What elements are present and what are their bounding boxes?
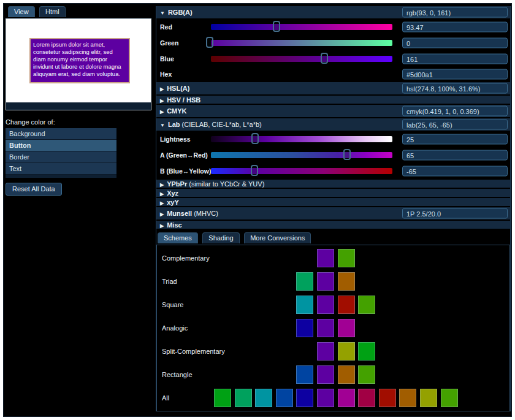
color-swatch[interactable]	[338, 365, 355, 384]
color-swatch[interactable]	[235, 389, 252, 407]
color-swatch[interactable]	[317, 389, 334, 407]
lab-b-value-input[interactable]	[402, 166, 508, 177]
color-swatch[interactable]	[255, 389, 272, 407]
lab-value-input[interactable]	[402, 120, 508, 130]
section-title: ▶YPbPr (similar to YCbCr & YUV)	[160, 180, 264, 188]
color-swatch[interactable]	[214, 389, 231, 407]
tab-html[interactable]: Html	[39, 6, 66, 17]
color-swatch[interactable]	[358, 365, 375, 384]
color-swatch[interactable]	[296, 319, 313, 337]
cmyk-value-input[interactable]	[402, 106, 508, 116]
section-header-hsv[interactable]: ▶HSV / HSB	[156, 96, 510, 104]
color-swatch[interactable]	[338, 342, 355, 361]
blue-value-input[interactable]	[402, 54, 508, 64]
change-color-label: Change color of:	[6, 118, 154, 126]
green-slider-track[interactable]	[211, 40, 392, 46]
color-swatch[interactable]	[317, 342, 334, 361]
section-title: ▼Lab (CIELAB, CIE-L*ab, L*a*b)	[160, 121, 262, 128]
section-header-misc[interactable]: ▶Misc	[156, 221, 510, 229]
section-title: ▶CMYK	[160, 107, 187, 115]
right-panel: ▼RGB(A) Red Green Blue Hex	[156, 6, 511, 411]
section-header-ypbpr[interactable]: ▶YPbPr (similar to YCbCr & YUV)	[156, 180, 510, 188]
color-swatch[interactable]	[358, 342, 375, 361]
hex-label: Hex	[160, 71, 172, 78]
lab-a-slider-track[interactable]	[211, 152, 392, 158]
blue-slider-thumb[interactable]	[321, 53, 328, 64]
scheme-tabs: Schemes Shading More Conversions	[158, 232, 510, 245]
lab-b-slider-thumb[interactable]	[251, 165, 258, 176]
color-swatch[interactable]	[317, 365, 334, 384]
lightness-slider-row: Lightness	[156, 132, 510, 147]
red-slider-thumb[interactable]	[273, 21, 280, 32]
tab-more-conversions[interactable]: More Conversions	[244, 232, 311, 243]
color-swatch[interactable]	[338, 296, 355, 314]
color-swatch[interactable]	[296, 389, 313, 407]
lightness-slider-track[interactable]	[211, 136, 392, 142]
preview-bottom-bar	[6, 102, 151, 110]
color-swatch[interactable]	[338, 249, 355, 267]
color-swatch[interactable]	[338, 319, 355, 337]
red-slider-track[interactable]	[211, 24, 392, 30]
section-header-cmyk[interactable]: ▶CMYK	[156, 105, 510, 117]
section-header-xyz[interactable]: ▶Xyz	[156, 189, 510, 197]
target-item-border[interactable]: Border	[6, 151, 116, 163]
scheme-label: Triad	[162, 278, 177, 285]
lightness-slider-thumb[interactable]	[251, 133, 259, 144]
lightness-value-input[interactable]	[402, 134, 508, 145]
color-swatch[interactable]	[317, 272, 334, 291]
color-swatch[interactable]	[317, 319, 334, 337]
tab-view[interactable]: View	[8, 6, 35, 17]
scheme-label: Analogic	[162, 324, 188, 332]
green-slider-row: Green	[156, 36, 510, 50]
section-header-hsl[interactable]: ▶HSL(A)	[156, 82, 510, 94]
blue-slider-track[interactable]	[211, 56, 392, 62]
hsl-value-input[interactable]	[402, 83, 508, 94]
color-swatch[interactable]	[296, 272, 313, 291]
target-item-button[interactable]: Button	[6, 140, 116, 151]
color-swatch[interactable]	[420, 389, 437, 407]
color-swatch[interactable]	[358, 296, 375, 314]
color-swatch[interactable]	[379, 389, 396, 407]
color-swatch[interactable]	[317, 296, 334, 314]
color-swatch[interactable]	[317, 249, 334, 267]
section-header-rgb[interactable]: ▼RGB(A)	[156, 6, 510, 18]
tab-schemes[interactable]: Schemes	[158, 232, 198, 243]
green-value-input[interactable]	[402, 38, 508, 48]
color-swatch[interactable]	[441, 389, 458, 407]
hex-input[interactable]	[402, 69, 508, 80]
target-item-text[interactable]: Text	[6, 163, 116, 175]
lab-a-label: A (Green↔Red)	[160, 151, 208, 159]
section-header-munsell[interactable]: ▶Munsell (MHVC)	[156, 207, 510, 220]
green-slider-thumb[interactable]	[206, 37, 213, 48]
section-title: ▶xyY	[160, 199, 179, 206]
expand-arrow-icon: ▶	[160, 86, 164, 92]
expand-arrow-icon: ▶	[160, 200, 164, 206]
expand-arrow-icon: ▶	[160, 98, 164, 104]
color-swatch[interactable]	[296, 296, 313, 314]
color-swatch[interactable]	[276, 389, 293, 407]
section-title: ▶Xyz	[160, 189, 178, 197]
lab-a-value-input[interactable]	[402, 150, 508, 161]
section-title: ▶HSV / HSB	[160, 96, 200, 104]
section-header-xyy[interactable]: ▶xyY	[156, 198, 510, 206]
lightness-label: Lightness	[160, 136, 191, 143]
tab-shading[interactable]: Shading	[202, 232, 239, 243]
scheme-label: Split-Complementary	[162, 348, 225, 355]
blue-slider-row: Blue	[156, 52, 510, 66]
expand-arrow-icon: ▶	[160, 191, 164, 197]
preview-area: Lorem ipsum dolor sit amet, consetetur s…	[6, 18, 151, 110]
lab-b-slider-track[interactable]	[211, 168, 392, 174]
color-swatch[interactable]	[399, 389, 416, 407]
munsell-value-input[interactable]	[402, 208, 508, 219]
color-swatch[interactable]	[338, 389, 355, 407]
rgb-value-input[interactable]	[402, 7, 508, 18]
red-value-input[interactable]	[402, 22, 508, 32]
color-swatch[interactable]	[358, 389, 375, 407]
section-header-lab[interactable]: ▼Lab (CIELAB, CIE-L*ab, L*a*b)	[156, 118, 510, 131]
target-item-background[interactable]: Background	[6, 128, 116, 140]
red-slider-row: Red	[156, 20, 510, 34]
lab-a-slider-thumb[interactable]	[343, 149, 351, 160]
reset-all-data-button[interactable]: Reset All Data	[6, 183, 62, 196]
color-swatch[interactable]	[338, 272, 355, 291]
color-swatch[interactable]	[296, 365, 313, 384]
